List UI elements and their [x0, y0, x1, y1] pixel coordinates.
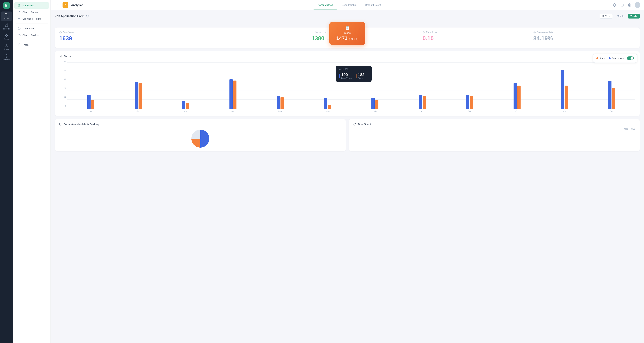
bar-blue-oct[interactable]: [514, 83, 517, 109]
bar-blue-may[interactable]: [277, 96, 280, 109]
svg-rect-9: [6, 24, 7, 27]
chart-starts-icon: [59, 55, 62, 58]
bar-blue-aug[interactable]: [419, 95, 422, 109]
bar-group-feb[interactable]: [135, 82, 142, 109]
svg-point-20: [19, 11, 20, 12]
bar-blue-dec[interactable]: [608, 81, 612, 109]
tooltip-row: 190 Form Views 182 Starts: [339, 73, 368, 79]
sidebar-item-approvals[interactable]: Approvals: [1, 53, 12, 62]
bar-group-may[interactable]: [277, 96, 284, 109]
tooltip-form-views: 190 Form Views: [339, 73, 352, 79]
chart-section: Starts Starts Form views April, 2022: [55, 51, 640, 116]
donut: [191, 130, 209, 148]
bar-blue-sep[interactable]: [466, 95, 469, 109]
nav-item-my-folders[interactable]: My Folders: [14, 25, 49, 32]
nav-label-shared-folders: Shared Folders: [22, 34, 39, 37]
error-score-value: 0.10: [422, 35, 524, 42]
notification-bell-icon[interactable]: [612, 3, 617, 8]
refresh-icon[interactable]: [86, 15, 89, 18]
bar-orange-aug[interactable]: [422, 96, 426, 109]
bar-orange-june[interactable]: [328, 105, 331, 109]
analytics-icon: [62, 2, 68, 8]
bar-group-apr[interactable]: [230, 79, 236, 109]
bar-blue-mar[interactable]: [182, 101, 185, 109]
sidebar-item-users-label: Users: [4, 48, 9, 50]
bar-orange-sep[interactable]: [470, 96, 473, 109]
sidebar-item-forms[interactable]: Forms: [1, 12, 12, 21]
legend-starts-label: Starts: [600, 57, 606, 60]
svg-rect-23: [18, 44, 20, 46]
bar-blue-apr[interactable]: [230, 79, 233, 109]
nav-item-trash[interactable]: Trash: [14, 42, 49, 48]
x-label-aug: Aug: [399, 110, 446, 112]
form-views-bar: [59, 44, 161, 44]
error-score-bar: [422, 44, 524, 44]
bar-orange-oct[interactable]: [517, 86, 520, 109]
bar-group-mar[interactable]: [182, 101, 189, 109]
nav-item-shared-forms[interactable]: Shared Forms: [14, 9, 49, 15]
bar-group-july[interactable]: [372, 98, 378, 109]
bar-blue-june[interactable]: [324, 98, 328, 109]
svg-rect-2: [6, 5, 7, 5]
bar-blue-jan[interactable]: [87, 95, 90, 109]
bar-blue-nov[interactable]: [561, 70, 564, 109]
alert-icon[interactable]: [620, 3, 624, 8]
bar-group-sep[interactable]: [466, 95, 473, 109]
month-button[interactable]: Month: [614, 14, 626, 19]
settings-icon[interactable]: [627, 3, 632, 8]
bar-group-oct[interactable]: [514, 83, 520, 109]
bar-orange-july[interactable]: [375, 100, 378, 109]
x-label-dec: Dec: [588, 110, 636, 112]
app-logo[interactable]: [3, 2, 10, 9]
year-value: 2022: [602, 15, 607, 18]
x-label-nov: Nov: [541, 110, 588, 112]
year-select[interactable]: 2022: [600, 14, 613, 19]
bar-orange-nov[interactable]: [564, 86, 568, 109]
bar-group-aug[interactable]: [419, 95, 426, 109]
submissions-value: 1380: [312, 35, 324, 42]
sidebar-item-reports[interactable]: Reports: [1, 22, 12, 31]
analytics-title: Analytics: [71, 4, 83, 7]
page-title: Job Application Form: [55, 15, 89, 18]
mobile-desktop-header: Form Views Mobile & Desktop: [59, 123, 342, 126]
sidebar: Forms Reports Tasks Users Approvals: [0, 0, 13, 343]
back-button[interactable]: [54, 2, 60, 8]
bar-orange-dec[interactable]: [612, 88, 615, 109]
form-views-icon: [59, 31, 62, 34]
tooltip-starts-val: 182: [358, 73, 364, 77]
bar-orange-apr[interactable]: [233, 81, 236, 109]
sidebar-item-users[interactable]: Users: [1, 42, 12, 52]
nav-item-shared-folders[interactable]: Shared Folders: [14, 32, 49, 38]
conversion-rate-value: 84.19%: [533, 35, 636, 42]
chart-header: Starts: [59, 55, 636, 58]
tab-form-metrics[interactable]: Form Metrics: [314, 0, 338, 10]
y-label-60: 60: [59, 96, 66, 98]
nav-item-org-users-forms[interactable]: Org Users' Forms: [14, 16, 49, 22]
form-views-toggle[interactable]: [627, 57, 634, 60]
bar-orange-may[interactable]: [280, 97, 284, 109]
x-label-july: July: [351, 110, 399, 112]
sidebar-item-tasks[interactable]: Tasks: [1, 32, 12, 42]
user-avatar[interactable]: [635, 2, 640, 8]
x-label-may: May: [256, 110, 304, 112]
tab-dropoff-count[interactable]: Drop-off Count: [361, 0, 385, 10]
bar-orange-jan[interactable]: [91, 100, 94, 109]
bar-group-dec[interactable]: [608, 81, 615, 109]
bar-blue-july[interactable]: [372, 98, 375, 109]
bar-group-nov[interactable]: [561, 70, 568, 109]
svg-point-21: [18, 18, 19, 19]
tooltip-blue-bar: [339, 74, 340, 78]
legend-form-views-label: Form views: [612, 57, 624, 60]
y-label-300: 300: [59, 61, 66, 63]
time-labels: MIN SEC: [353, 128, 636, 130]
yearly-button[interactable]: Yearly: [628, 14, 640, 19]
bar-group-june[interactable]: [324, 98, 331, 109]
bar-group-jan[interactable]: [87, 95, 94, 109]
bar-orange-feb[interactable]: [138, 83, 142, 109]
nav-item-my-forms[interactable]: My Forms: [14, 2, 49, 9]
bar-orange-mar[interactable]: [186, 103, 189, 109]
svg-rect-8: [5, 25, 6, 27]
tab-deep-insights[interactable]: Deep Insights: [337, 0, 361, 10]
bar-blue-feb[interactable]: [135, 82, 138, 109]
clock-icon: [353, 123, 356, 126]
